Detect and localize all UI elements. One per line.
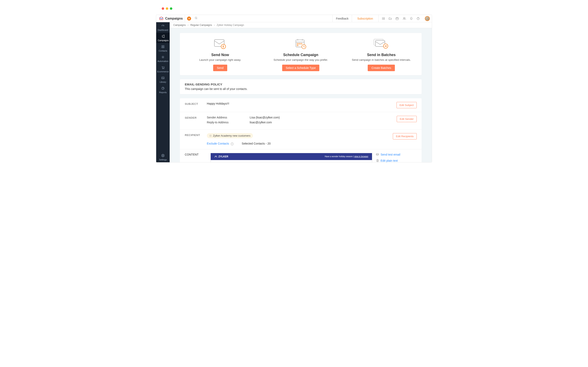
sender-address-key: Sender Address <box>207 116 233 119</box>
sidebar-item-settings[interactable]: Settings <box>156 152 170 162</box>
breadcrumb-current: Zylker Holiday Campaign <box>217 24 244 26</box>
svg-rect-20 <box>297 43 298 44</box>
details-card: SUBJECT Happy Holidays!!! Edit Subject S… <box>180 98 422 162</box>
brand-icon <box>159 16 164 21</box>
setup-icon[interactable] <box>380 17 387 20</box>
sidebar-item-automation[interactable]: Automation <box>156 53 170 64</box>
policy-heading: EMAIL-SENDING POLICY <box>185 83 417 86</box>
svg-rect-4 <box>396 17 398 20</box>
option-title: Schedule Campaign <box>265 53 337 57</box>
svg-point-2 <box>384 18 384 19</box>
sidebar-label: Dashboard <box>158 29 168 31</box>
sidebar-item-ecommerce[interactable]: Ecommerce <box>156 64 170 74</box>
svg-rect-14 <box>162 77 164 79</box>
svg-point-6 <box>405 17 405 18</box>
send-button[interactable]: Send <box>213 65 227 71</box>
send-test-email-link[interactable]: Send test email <box>376 153 417 156</box>
help-icon[interactable] <box>415 17 422 20</box>
sidebar-item-library[interactable]: Library <box>156 74 170 85</box>
breadcrumb: Campaigns › Regular Campaigns › Zylker H… <box>170 22 432 28</box>
policy-text: This campaign can be sent to all of your… <box>185 87 417 91</box>
exclude-contacts-link[interactable]: Exclude Contacts <box>207 142 229 145</box>
sidebar-label: Contacts <box>159 50 167 52</box>
sidebar-item-contacts[interactable]: Contacts <box>156 43 170 53</box>
chip-label: Zylker Academy new customers <box>213 134 251 137</box>
window-dot-close[interactable] <box>162 7 164 10</box>
chevron-right-icon: › <box>214 24 215 26</box>
recipient-label: RECIPIENT <box>185 133 207 137</box>
content-label: CONTENT <box>185 153 207 162</box>
svg-point-16 <box>163 155 164 156</box>
content-area: Campaigns › Regular Campaigns › Zylker H… <box>170 22 432 162</box>
batches-option: Send in Batches Send campaign in batches… <box>341 38 422 71</box>
create-batches-button[interactable]: Create Batches <box>368 65 395 71</box>
envelope-bolt-icon <box>184 38 256 50</box>
schedule-option: Schedule Campaign Schedule your campaign… <box>260 38 341 71</box>
preview-tagline: Have a wonder holiday season | view in b… <box>325 155 368 158</box>
window-dot-min[interactable] <box>166 7 168 10</box>
svg-rect-28 <box>210 135 211 137</box>
sidebar-label: Library <box>160 81 166 83</box>
svg-point-3 <box>384 19 384 20</box>
recipient-chip[interactable]: Zylker Academy new customers <box>207 133 253 138</box>
send-now-option: Send Now Launch your campaign right away… <box>180 38 260 71</box>
svg-point-8 <box>418 19 418 19</box>
breadcrumb-link[interactable]: Regular Campaigns <box>190 24 212 26</box>
envelopes-arrow-icon <box>345 38 417 50</box>
sender-address-value: Lisa (lisac@zylker.com) <box>250 116 280 119</box>
subject-label: SUBJECT <box>185 102 207 105</box>
window-dot-max[interactable] <box>170 7 172 10</box>
brand-name: Campaigns <box>165 15 185 22</box>
sidebar-item-dashboard[interactable]: Dashboard <box>156 22 170 33</box>
sidebar-label: Automation <box>157 60 168 62</box>
svg-point-11 <box>163 57 164 58</box>
email-preview[interactable]: ZYLKER Have a wonder holiday season | vi… <box>210 153 372 162</box>
avatar[interactable] <box>425 16 430 21</box>
svg-point-0 <box>195 17 197 19</box>
reply-address-key: Reply-to Address <box>207 121 233 124</box>
option-desc: Send campaign in batches at specified in… <box>345 58 417 61</box>
edit-subject-button[interactable]: Edit Subject <box>397 102 417 108</box>
bell-icon[interactable] <box>408 17 415 20</box>
svg-point-1 <box>384 17 384 18</box>
sidebar-item-reports[interactable]: Reports <box>156 85 170 95</box>
svg-rect-22 <box>301 43 302 44</box>
breadcrumb-link[interactable]: Campaigns <box>173 24 186 26</box>
sidebar-item-campaigns[interactable]: Campaigns <box>156 33 170 43</box>
search-icon[interactable] <box>192 17 200 20</box>
edit-sender-button[interactable]: Edit Sender <box>397 116 417 122</box>
svg-point-12 <box>162 68 163 69</box>
option-title: Send in Batches <box>345 53 417 57</box>
chevron-right-icon: › <box>188 24 189 26</box>
calendar-icon[interactable] <box>394 17 401 20</box>
policy-card: EMAIL-SENDING POLICY This campaign can b… <box>180 79 422 94</box>
add-button[interactable]: + <box>187 17 191 21</box>
sidebar-label: Settings <box>159 158 167 161</box>
feedback-link[interactable]: Feedback <box>332 15 352 22</box>
info-icon[interactable]: i <box>231 142 233 145</box>
svg-point-10 <box>163 46 163 47</box>
select-schedule-button[interactable]: Select a Schedule Type <box>282 65 320 71</box>
subject-value: Happy Holidays!!! <box>207 102 397 105</box>
sidebar: Dashboard Campaigns Contacts Automation … <box>156 22 170 162</box>
option-desc: Launch your campaign right away. <box>184 58 256 61</box>
svg-point-5 <box>403 17 404 18</box>
svg-rect-30 <box>376 154 379 155</box>
edit-plain-text-link[interactable]: Edit plain text <box>376 159 417 162</box>
preview-logo: ZYLKER <box>214 155 228 158</box>
people-icon[interactable] <box>401 17 408 20</box>
reply-address-value: lisac@zylker.com <box>250 121 272 124</box>
sidebar-label: Campaigns <box>158 39 169 42</box>
sidebar-label: Reports <box>159 91 167 94</box>
send-options-card: Send Now Launch your campaign right away… <box>180 33 422 75</box>
svg-rect-23 <box>297 45 298 46</box>
edit-recipients-button[interactable]: Edit Recipients <box>393 133 417 140</box>
svg-rect-21 <box>299 43 300 44</box>
sidebar-label: Ecommerce <box>157 70 169 73</box>
calendar-clock-icon <box>265 38 337 50</box>
subscription-link[interactable]: Subscription <box>352 15 378 22</box>
svg-point-13 <box>164 68 164 69</box>
folder-icon[interactable] <box>387 17 394 20</box>
list-icon <box>209 134 212 137</box>
topbar: Campaigns + Feedback Subscription <box>156 15 432 22</box>
